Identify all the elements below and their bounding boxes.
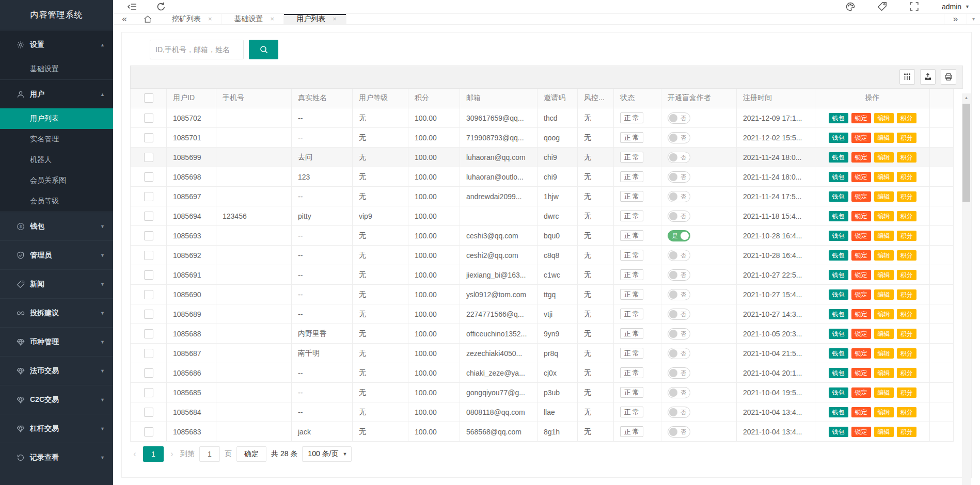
row-checkbox[interactable] [144,114,153,123]
edit-button[interactable]: 编辑 [874,329,894,339]
wallet-button[interactable]: 钱包 [829,387,848,398]
row-checkbox[interactable] [144,270,153,280]
search-input[interactable] [150,40,244,59]
lock-button[interactable]: 锁定 [851,407,871,417]
score-button[interactable]: 积分 [897,427,916,437]
lock-button[interactable]: 锁定 [851,270,871,280]
wallet-button[interactable]: 钱包 [829,211,848,221]
refresh-icon[interactable] [155,1,167,12]
edit-button[interactable]: 编辑 [874,152,894,163]
sidebar-section-15[interactable]: 杠杆交易▼ [0,414,113,443]
sidebar-section-0[interactable]: 设置▲ [0,30,113,59]
lock-button[interactable]: 锁定 [851,329,871,339]
sidebar-section-11[interactable]: 投拆建议▼ [0,298,113,327]
lock-button[interactable]: 锁定 [851,387,871,398]
collapse-sidebar-icon[interactable] [127,1,138,12]
close-icon[interactable]: × [271,15,275,23]
row-checkbox[interactable] [144,153,153,162]
wallet-button[interactable]: 钱包 [829,152,848,163]
wallet-button[interactable]: 钱包 [829,427,848,437]
page-next-icon[interactable]: › [168,449,176,459]
score-button[interactable]: 积分 [897,289,916,300]
score-button[interactable]: 积分 [897,270,916,280]
wallet-button[interactable]: 钱包 [829,250,848,261]
wallet-button[interactable]: 钱包 [829,348,848,359]
blindbox-toggle[interactable]: 否 [668,367,690,379]
lock-button[interactable]: 锁定 [851,191,871,202]
row-checkbox[interactable] [144,310,153,319]
table-scrollbar[interactable]: ▲ [962,93,971,485]
edit-button[interactable]: 编辑 [874,387,894,398]
sidebar-section-8[interactable]: $钱包▼ [0,212,113,240]
tab-0[interactable]: 挖矿列表× [160,14,222,24]
current-page[interactable]: 1 [143,446,164,462]
blindbox-toggle[interactable]: 否 [668,112,690,124]
blindbox-toggle[interactable]: 否 [668,211,690,222]
score-button[interactable]: 积分 [897,348,916,359]
wallet-button[interactable]: 钱包 [829,133,848,143]
blindbox-toggle[interactable]: 否 [668,191,690,202]
row-checkbox[interactable] [144,408,153,417]
score-button[interactable]: 积分 [897,250,916,261]
blindbox-toggle[interactable]: 否 [668,309,690,320]
edit-button[interactable]: 编辑 [874,172,894,182]
edit-button[interactable]: 编辑 [874,133,894,143]
row-checkbox[interactable] [144,329,153,338]
blindbox-toggle[interactable]: 否 [668,289,690,300]
export-icon[interactable] [920,69,936,85]
edit-button[interactable]: 编辑 [874,348,894,359]
wallet-button[interactable]: 钱包 [829,289,848,300]
home-tab[interactable] [136,14,160,24]
blindbox-toggle[interactable]: 否 [668,171,690,183]
wallet-button[interactable]: 钱包 [829,231,848,241]
edit-button[interactable]: 编辑 [874,289,894,300]
scroll-up-icon[interactable]: ▲ [962,93,971,102]
columns-icon[interactable] [899,69,915,85]
score-button[interactable]: 积分 [897,211,916,221]
row-checkbox[interactable] [144,349,153,358]
wallet-button[interactable]: 钱包 [829,368,848,378]
row-checkbox[interactable] [144,368,153,378]
edit-button[interactable]: 编辑 [874,407,894,417]
theme-palette-icon[interactable] [845,1,856,12]
page-prev-icon[interactable]: ‹ [131,449,138,459]
row-checkbox[interactable] [144,231,153,240]
lock-button[interactable]: 锁定 [851,231,871,241]
row-checkbox[interactable] [144,427,153,436]
edit-button[interactable]: 编辑 [874,113,894,123]
print-icon[interactable] [941,69,956,85]
sidebar-item-5[interactable]: 机器人 [0,150,113,170]
blindbox-toggle[interactable]: 否 [668,348,690,359]
score-button[interactable]: 积分 [897,387,916,398]
sidebar-section-12[interactable]: 币种管理▼ [0,327,113,356]
tab-2[interactable]: 用户列表× [284,14,346,24]
sidebar-section-2[interactable]: 用户▲ [0,79,113,108]
row-checkbox[interactable] [144,172,153,182]
row-checkbox[interactable] [144,251,153,260]
scrollbar-thumb[interactable] [962,104,970,202]
confirm-button[interactable]: 确定 [236,446,266,462]
per-page-select[interactable]: 100 条/页 ▼ [302,446,352,462]
blindbox-toggle[interactable]: 否 [668,152,690,163]
tabs-scroll-right-icon[interactable]: » [944,14,967,24]
edit-button[interactable]: 编辑 [874,231,894,241]
score-button[interactable]: 积分 [897,368,916,378]
sidebar-section-9[interactable]: 管理员▼ [0,240,113,269]
blindbox-toggle[interactable]: 否 [668,387,690,398]
tab-1[interactable]: 基础设置× [222,14,284,24]
sidebar-item-3[interactable]: 用户列表 [0,108,113,129]
edit-button[interactable]: 编辑 [874,270,894,280]
row-checkbox[interactable] [144,212,153,221]
tabs-scroll-left-icon[interactable]: « [113,14,136,24]
sidebar-section-10[interactable]: 新闻▼ [0,269,113,298]
blindbox-toggle[interactable]: 否 [668,269,690,281]
blindbox-toggle[interactable]: 否 [668,328,690,340]
score-button[interactable]: 积分 [897,407,916,417]
lock-button[interactable]: 锁定 [851,368,871,378]
score-button[interactable]: 积分 [897,113,916,123]
row-checkbox[interactable] [144,192,153,201]
blindbox-toggle[interactable]: 否 [668,250,690,261]
edit-button[interactable]: 编辑 [874,250,894,261]
score-button[interactable]: 积分 [897,329,916,339]
close-icon[interactable]: × [208,15,212,23]
